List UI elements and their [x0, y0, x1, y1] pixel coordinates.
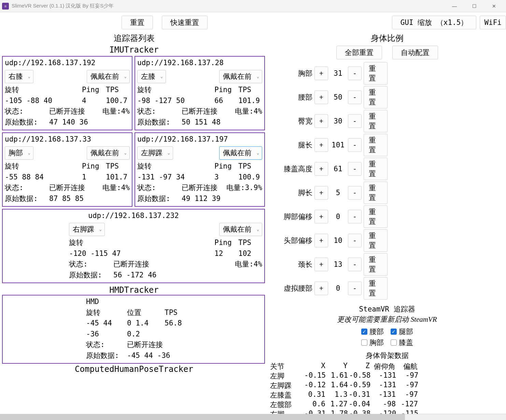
joint-name: 左脚踝	[270, 381, 304, 390]
tracker-address: udp://192.168.137.28	[137, 58, 262, 69]
body-part-dropdown[interactable]: 右脚踝⌄	[69, 223, 105, 236]
chevron-down-icon: ⌄	[124, 73, 127, 79]
tracker-card: udp://192.168.137.28 左膝⌄ 佩戴在前⌄ 旋转 Ping T…	[135, 56, 265, 130]
horizontal-scrollbar[interactable]	[0, 414, 506, 420]
proportion-reset-button[interactable]: 重置	[364, 182, 388, 204]
increment-button[interactable]: +	[314, 162, 328, 176]
increment-button[interactable]: +	[314, 138, 328, 152]
skeleton-header: 关节 X Y Z 俯仰角 偏航	[268, 362, 506, 371]
chevron-down-icon: ⌄	[124, 150, 127, 156]
joint-name: 左髋部	[270, 400, 304, 409]
wear-position-dropdown[interactable]: 佩戴在前⌄	[219, 223, 262, 236]
proportion-reset-button[interactable]: 重置	[364, 134, 388, 156]
proportion-value: 61	[330, 165, 346, 173]
increment-button[interactable]: +	[314, 90, 328, 104]
tracker-status: 已断开连接	[49, 183, 102, 193]
reset-all-button[interactable]: 全部重置	[336, 46, 382, 59]
joint-pitch: -131	[371, 381, 397, 390]
tracker-ping: 12	[214, 248, 238, 259]
skeleton-row: 左膝盖 0.31 1.3 -0.31 -131 -97	[268, 390, 506, 400]
auto-config-button[interactable]: 自动配置	[392, 46, 438, 59]
tracker-status: 已断开连接	[49, 106, 102, 117]
decrement-button[interactable]: -	[348, 114, 362, 128]
checkbox-chest[interactable]: 胸部	[361, 338, 384, 347]
tracker-ping: 1	[82, 172, 106, 183]
joint-x: -0.15	[304, 371, 327, 381]
label-rotation: 旋转	[5, 85, 82, 96]
joint-yaw: -97	[397, 371, 419, 381]
checkbox-waist[interactable]: ✓腰部	[361, 327, 384, 336]
decrement-button[interactable]: -	[348, 281, 362, 295]
proportion-row: 臀宽 + 30 - 重置	[268, 109, 506, 133]
wear-position-dropdown[interactable]: 佩戴在前⌄	[87, 146, 130, 160]
steamvr-note: 更改可能需要重新启动 SteamVR	[268, 315, 506, 324]
increment-button[interactable]: +	[314, 210, 328, 223]
proportion-reset-button[interactable]: 重置	[364, 86, 388, 108]
proportion-reset-button[interactable]: 重置	[364, 277, 388, 300]
body-part-dropdown[interactable]: 右膝⌄	[5, 70, 33, 84]
checkbox-legs[interactable]: ✓腿部	[391, 327, 413, 336]
proportion-reset-button[interactable]: 重置	[364, 110, 388, 132]
decrement-button[interactable]: -	[348, 162, 362, 176]
hmd-rotation: -45 44 -36	[86, 318, 127, 339]
proportion-reset-button[interactable]: 重置	[364, 205, 388, 228]
fast-reset-button[interactable]: 快速重置	[162, 16, 208, 29]
hmd-tps: 56.8	[165, 318, 182, 339]
label-raw: 原始数据:	[86, 350, 127, 361]
proportion-reset-button[interactable]: 重置	[364, 229, 388, 252]
proportion-reset-button[interactable]: 重置	[364, 158, 388, 180]
label-rotation: 旋转	[86, 307, 127, 318]
label-rotation: 旋转	[5, 161, 82, 172]
tracker-raw: 50 151 48	[182, 117, 221, 128]
maximize-button[interactable]: ☐	[464, 0, 484, 12]
decrement-button[interactable]: -	[348, 258, 362, 271]
close-button[interactable]: ✕	[484, 0, 504, 12]
gui-zoom-button[interactable]: GUI 缩放 （x1.5）	[392, 16, 477, 29]
joint-z: -0.04	[349, 400, 371, 409]
proportion-value: 0	[330, 213, 346, 221]
skeleton-row: 左脚 -0.15 1.61 -0.58 -131 -97	[268, 371, 506, 381]
wear-position-dropdown[interactable]: 佩戴在前⌄	[219, 146, 262, 160]
increment-button[interactable]: +	[314, 281, 328, 295]
minimize-button[interactable]: —	[445, 0, 464, 12]
proportion-reset-button[interactable]: 重置	[364, 62, 388, 85]
wear-position-dropdown[interactable]: 佩戴在前⌄	[219, 70, 262, 84]
proportion-reset-button[interactable]: 重置	[364, 253, 388, 276]
label-raw: 原始数据:	[5, 193, 49, 204]
decrement-button[interactable]: -	[348, 138, 362, 152]
proportion-value: 5	[330, 189, 346, 197]
tracker-battery: 电量:4%	[102, 183, 130, 193]
wear-position-dropdown[interactable]: 佩戴在前⌄	[87, 70, 130, 84]
window-title: SlimeVR Server (0.1.1) 汉化版 By 狂妄S少年	[12, 3, 445, 9]
increment-button[interactable]: +	[314, 186, 328, 200]
proportion-title: 身体比例	[268, 33, 506, 44]
chevron-down-icon: ⌄	[28, 150, 30, 156]
increment-button[interactable]: +	[314, 114, 328, 128]
decrement-button[interactable]: -	[348, 234, 362, 247]
checkbox-knees[interactable]: 膝盖	[391, 338, 413, 347]
reset-button[interactable]: 重置	[122, 16, 153, 29]
increment-button[interactable]: +	[314, 258, 328, 271]
hmd-raw: -45 44 -36	[127, 350, 170, 361]
increment-button[interactable]: +	[314, 234, 328, 247]
proportion-label: 胸部	[271, 69, 312, 78]
decrement-button[interactable]: -	[348, 186, 362, 200]
wifi-button[interactable]: WiFi	[480, 16, 506, 29]
body-part-dropdown[interactable]: 左脚踝⌄	[137, 146, 173, 160]
joint-pitch: -131	[371, 390, 397, 400]
label-ping: Ping	[82, 161, 106, 172]
tracker-battery: 电量:3.9%	[226, 183, 262, 193]
tracker-raw: 47 140 36	[49, 117, 88, 128]
body-part-dropdown[interactable]: 胸部⌄	[5, 146, 33, 160]
tracker-rotation: -98 -127 50	[137, 96, 214, 106]
tracker-tps: 100.9	[238, 172, 262, 183]
body-part-dropdown[interactable]: 左膝⌄	[137, 70, 166, 84]
proportion-label: 脚长	[271, 188, 312, 198]
joint-name: 左脚	[270, 371, 304, 381]
increment-button[interactable]: +	[314, 67, 328, 80]
decrement-button[interactable]: -	[348, 210, 362, 223]
decrement-button[interactable]: -	[348, 90, 362, 104]
chevron-down-icon: ⌄	[168, 150, 170, 156]
proportion-row: 胸部 + 31 - 重置	[268, 61, 506, 85]
decrement-button[interactable]: -	[348, 67, 362, 80]
